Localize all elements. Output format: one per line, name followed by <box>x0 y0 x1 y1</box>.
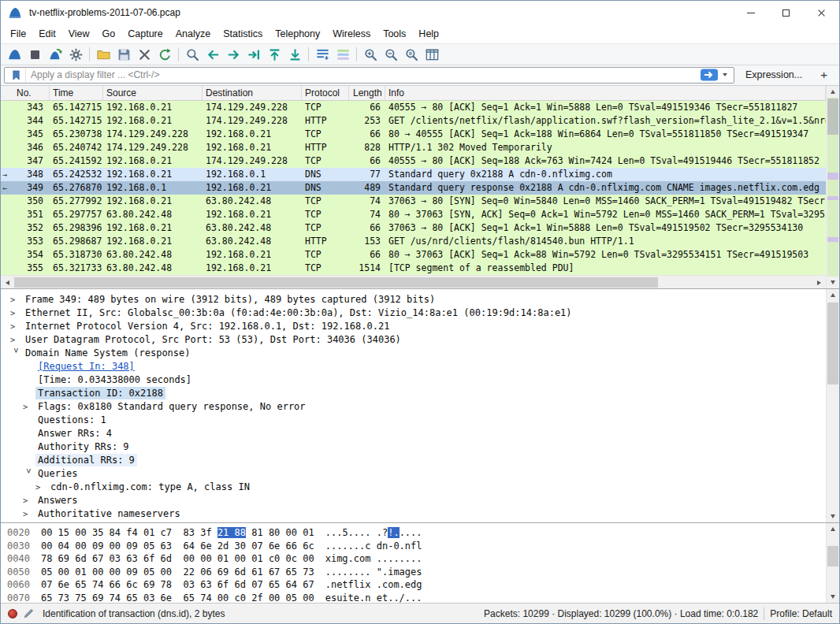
detail-line[interactable]: >Queries <box>1 467 826 481</box>
hex-row[interactable]: 005005 00 01 00 00 09 05 00 22 06 69 6d … <box>7 566 826 579</box>
bookmark-icon[interactable] <box>7 68 26 83</box>
detail-line[interactable]: >User Datagram Protocol, Src Port: 53 (5… <box>1 333 826 347</box>
expander-closed-icon[interactable]: > <box>9 320 23 333</box>
packet-row-351[interactable]: 35165.29775763.80.242.48192.168.0.21TCP7… <box>1 208 826 221</box>
packet-row-346[interactable]: 34665.240742174.129.249.228192.168.0.21H… <box>1 141 826 154</box>
packet-row-354[interactable]: 35465.31873063.80.242.48192.168.0.21TCP6… <box>1 248 826 262</box>
bytes-scrollbar-track[interactable] <box>827 535 839 591</box>
column-header-source[interactable]: Source <box>103 86 203 100</box>
menu-go[interactable]: Go <box>96 26 122 42</box>
hex-row[interactable]: 006007 6e 65 74 66 6c 69 78 03 63 6f 6d … <box>7 578 826 592</box>
hex-row[interactable]: 007065 73 75 69 74 65 03 6e 65 74 00 c0 … <box>7 592 826 604</box>
zoom-out-icon[interactable] <box>381 45 401 64</box>
scroll-down-icon[interactable] <box>827 277 839 288</box>
start-capture-icon[interactable] <box>4 45 24 64</box>
filter-history-caret-icon[interactable] <box>719 73 731 76</box>
zoom-original-icon[interactable] <box>401 45 422 64</box>
bytes-scrollbar[interactable] <box>826 523 839 603</box>
add-filter-button[interactable]: + <box>813 68 834 83</box>
detail-line[interactable]: >Ethernet II, Src: Globalsc_00:3b:0a (f0… <box>1 306 826 320</box>
go-forward-icon[interactable] <box>223 45 243 64</box>
detail-line[interactable]: >Authoritative nameservers <box>1 507 826 521</box>
save-file-icon[interactable] <box>113 45 134 64</box>
detail-line[interactable]: Authority RRs: 9 <box>1 440 826 454</box>
details-scrollbar[interactable] <box>826 289 839 522</box>
apply-filter-icon[interactable] <box>700 68 719 82</box>
expander-closed-icon[interactable]: > <box>21 400 35 414</box>
maximize-button[interactable] <box>768 1 804 24</box>
menu-telephony[interactable]: Telephony <box>269 26 326 42</box>
packet-list-scrollbar-track[interactable] <box>827 98 839 277</box>
menu-capture[interactable]: Capture <box>121 26 169 42</box>
detail-line[interactable]: >Flags: 0x8180 Standard query response, … <box>1 400 826 414</box>
bytes-scrollbar-thumb[interactable] <box>827 546 838 566</box>
packet-list-scrollbar[interactable] <box>826 86 839 288</box>
open-file-icon[interactable] <box>93 45 113 64</box>
colorize-icon[interactable] <box>333 45 353 64</box>
restart-capture-icon[interactable] <box>45 45 65 64</box>
column-header-length[interactable]: Length <box>349 86 385 100</box>
menu-file[interactable]: File <box>4 26 32 42</box>
expander-open-icon[interactable]: > <box>22 467 35 481</box>
detail-line[interactable]: >Frame 349: 489 bytes on wire (3912 bits… <box>1 293 826 306</box>
close-file-icon[interactable] <box>134 45 154 64</box>
packet-row-345[interactable]: 34565.230738174.129.249.228192.168.0.21T… <box>1 128 826 141</box>
scroll-down-icon[interactable] <box>827 511 839 522</box>
horizontal-scrollbar-thumb[interactable] <box>14 277 658 288</box>
packet-row-355[interactable]: 35565.32173363.80.242.48192.168.0.21TCP1… <box>1 262 826 275</box>
display-filter-input[interactable] <box>26 69 700 80</box>
minimize-button[interactable] <box>733 1 768 24</box>
scroll-up-icon[interactable] <box>827 289 839 301</box>
profile-button[interactable]: Profile: Default <box>770 608 832 619</box>
menu-wireless[interactable]: Wireless <box>326 26 377 42</box>
detail-line[interactable]: [Request In: 348] <box>1 360 826 373</box>
reload-file-icon[interactable] <box>154 45 175 64</box>
menu-view[interactable]: View <box>62 26 96 42</box>
expression-button[interactable]: Expression... <box>739 68 808 82</box>
packet-row-347[interactable]: 34765.241592192.168.0.21174.129.249.228T… <box>1 154 826 168</box>
detail-line[interactable]: Answer RRs: 4 <box>1 427 826 440</box>
column-header-no[interactable]: No. <box>1 86 50 100</box>
go-to-packet-icon[interactable] <box>243 45 264 64</box>
detail-line[interactable]: >Domain Name System (response) <box>1 347 826 360</box>
menu-edit[interactable]: Edit <box>32 26 62 42</box>
detail-line[interactable]: Questions: 1 <box>1 414 826 427</box>
hex-row[interactable]: 003000 04 00 09 00 09 05 63 64 6e 2d 30 … <box>7 540 826 553</box>
packet-row-344[interactable]: 34465.142715192.168.0.21174.129.249.228H… <box>1 114 826 128</box>
packet-row-350[interactable]: 35065.277992192.168.0.2163.80.242.48TCP7… <box>1 195 826 208</box>
packet-row-343[interactable]: 34365.142715192.168.0.21174.129.249.228T… <box>1 101 826 114</box>
scroll-right-icon[interactable] <box>812 276 826 288</box>
go-back-icon[interactable] <box>203 45 223 64</box>
packet-row-348[interactable]: →34865.242532192.168.0.21192.168.0.1DNS7… <box>1 168 826 181</box>
menu-analyze[interactable]: Analyze <box>169 26 217 42</box>
go-last-icon[interactable] <box>284 45 305 64</box>
auto-scroll-icon[interactable] <box>312 45 333 64</box>
packet-row-353[interactable]: 35365.298687192.168.0.2163.80.242.48HTTP… <box>1 235 826 248</box>
detail-line[interactable]: >cdn-0.nflximg.com: type A, class IN <box>1 481 826 494</box>
horizontal-scrollbar[interactable] <box>1 275 826 288</box>
column-header-protocol[interactable]: Protocol <box>302 86 349 100</box>
packet-list-scrollbar-thumb[interactable] <box>827 98 838 135</box>
hex-row[interactable]: 004078 69 6d 67 03 63 6f 6d 00 00 01 00 … <box>7 552 826 566</box>
zoom-in-icon[interactable] <box>360 45 381 64</box>
detail-line[interactable]: [Time: 0.034338000 seconds] <box>1 373 826 387</box>
packet-row-349[interactable]: ←34965.276870192.168.0.1192.168.0.21DNS4… <box>1 181 826 195</box>
packet-row-352[interactable]: 35265.298396192.168.0.2163.80.242.48TCP6… <box>1 221 826 235</box>
expander-closed-icon[interactable]: > <box>21 494 35 507</box>
resize-columns-icon[interactable] <box>422 45 442 64</box>
scroll-up-icon[interactable] <box>827 86 839 98</box>
expander-closed-icon[interactable]: > <box>9 293 23 306</box>
detail-line[interactable]: >Internet Protocol Version 4, Src: 192.1… <box>1 320 826 333</box>
expander-closed-icon[interactable]: > <box>9 306 23 320</box>
menu-help[interactable]: Help <box>412 26 445 42</box>
details-scrollbar-track[interactable] <box>827 301 839 511</box>
hex-row[interactable]: 002000 15 00 35 84 f4 01 c7 83 3f 21 88 … <box>7 526 826 540</box>
detail-line[interactable]: Additional RRs: 9 <box>1 454 826 467</box>
stop-capture-icon[interactable] <box>24 45 45 64</box>
menu-tools[interactable]: Tools <box>377 26 412 42</box>
find-packet-icon[interactable] <box>182 45 203 64</box>
column-header-destination[interactable]: Destination <box>203 86 302 100</box>
scroll-up-icon[interactable] <box>827 523 839 535</box>
capture-comment-icon[interactable] <box>23 607 35 619</box>
expander-closed-icon[interactable]: > <box>9 333 23 347</box>
